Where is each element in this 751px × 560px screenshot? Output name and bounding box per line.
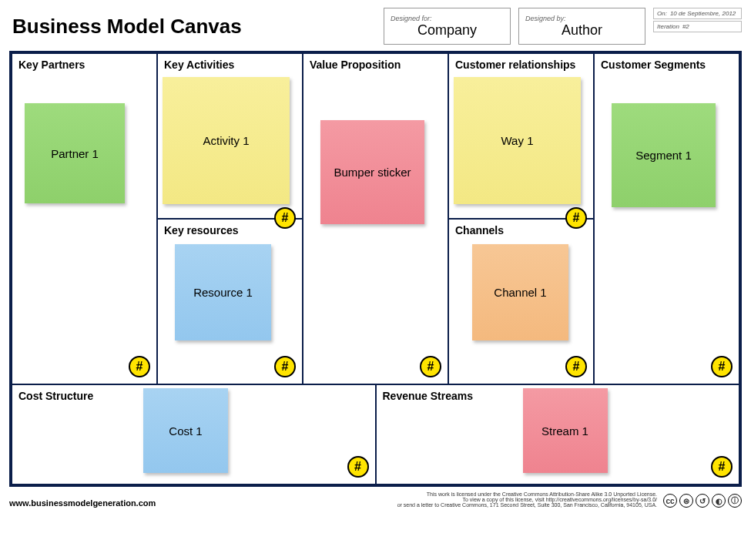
heading-key-partners: Key Partners: [18, 59, 150, 71]
designed-by-box: Designed by: Author: [518, 8, 645, 45]
license-text: This work is licensed under the Creative…: [397, 491, 657, 508]
cell-channels: Channels Channel 1 #: [448, 219, 594, 384]
heading-value-proposition: Value Proposition: [310, 59, 441, 71]
license-line2: To view a copy of this license, visit ht…: [397, 497, 657, 502]
note-channel: Channel 1: [472, 244, 568, 340]
hash-icon: #: [274, 356, 296, 377]
note-cost: Cost 1: [143, 388, 228, 473]
license-line1: This work is licensed under the Creative…: [397, 491, 657, 497]
cc-icon: cc: [663, 494, 677, 508]
heading-key-activities: Key Activities: [164, 59, 296, 71]
note-activity: Activity 1: [163, 77, 290, 204]
footer-url: www.businessmodelgeneration.com: [9, 498, 156, 508]
header: Business Model Canvas Designed for: Comp…: [9, 8, 742, 45]
hash-icon: #: [347, 456, 369, 478]
canvas-grid: Key Partners Partner 1 # Key Activities …: [9, 51, 742, 487]
heading-key-resources: Key resources: [164, 224, 296, 236]
cell-customer-relationships: Customer relationships Way 1 #: [448, 53, 594, 219]
cell-key-resources: Key resources Resource 1 #: [157, 219, 303, 384]
iteration-label: Iteration: [657, 23, 679, 30]
cc-icon: ⊜: [679, 494, 693, 508]
iteration-value: #2: [682, 23, 689, 30]
on-value: 10 de Septiembre, 2012: [670, 10, 736, 17]
footer-right: This work is licensed under the Creative…: [397, 491, 742, 508]
cc-icon: ↺: [696, 494, 709, 508]
hash-icon: #: [129, 356, 150, 377]
hash-icon: #: [274, 207, 296, 229]
note-revenue: Stream 1: [523, 388, 608, 473]
hash-icon: #: [565, 356, 587, 377]
cell-key-activities: Key Activities Activity 1 #: [157, 53, 303, 219]
page-title: Business Model Canvas: [9, 8, 376, 45]
hash-icon: #: [711, 456, 733, 478]
hash-icon: #: [420, 356, 441, 377]
note-resource: Resource 1: [175, 244, 271, 340]
designed-for-label: Designed for:: [391, 15, 504, 22]
meta-small: On: 10 de Septiembre, 2012 Iteration #2: [653, 8, 742, 45]
designed-for-box: Designed for: Company: [384, 8, 511, 45]
note-value: Bumper sticker: [320, 120, 424, 224]
hash-icon: #: [711, 356, 733, 377]
on-label: On:: [657, 10, 667, 17]
designed-by-value: Author: [525, 22, 639, 39]
heading-customer-relationships: Customer relationships: [455, 59, 587, 71]
note-partner: Partner 1: [25, 103, 125, 203]
footer: www.businessmodelgeneration.com This wor…: [9, 491, 742, 508]
note-relationship: Way 1: [454, 77, 581, 204]
hash-icon: #: [565, 207, 587, 229]
heading-customer-segments: Customer Segments: [601, 59, 733, 71]
cc-icons: cc ⊜ ↺ ◐ ⓘ: [663, 494, 742, 508]
cell-key-partners: Key Partners Partner 1 #: [12, 53, 157, 384]
iteration-box: Iteration #2: [653, 21, 742, 32]
cell-cost-structure: Cost Structure Cost 1 #: [12, 384, 376, 485]
cell-customer-segments: Customer Segments Segment 1 #: [594, 53, 739, 384]
designed-for-value: Company: [391, 22, 504, 39]
cc-icon: ◐: [712, 494, 726, 508]
cell-revenue-streams: Revenue Streams Stream 1 #: [376, 384, 740, 485]
heading-channels: Channels: [455, 224, 587, 236]
license-line3: or send a letter to Creative Commons, 17…: [397, 502, 657, 508]
cell-value-proposition: Value Proposition Bumper sticker #: [303, 53, 448, 384]
designed-by-label: Designed by:: [525, 15, 639, 22]
note-segment: Segment 1: [612, 103, 716, 207]
on-box: On: 10 de Septiembre, 2012: [653, 8, 742, 19]
cc-icon: ⓘ: [728, 494, 742, 508]
